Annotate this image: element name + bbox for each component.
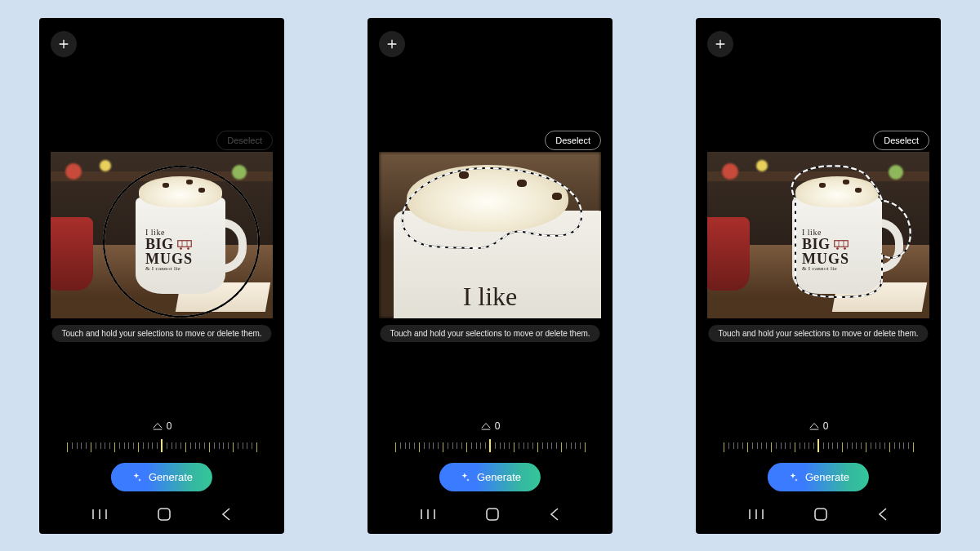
phone-screen-1: Deselect <box>39 18 284 534</box>
selection-marquee[interactable] <box>379 152 601 318</box>
deselect-button[interactable]: Deselect <box>873 131 929 150</box>
phone-screen-3: Deselect I like <box>696 18 941 534</box>
recents-icon[interactable] <box>419 508 437 521</box>
generate-button[interactable]: Generate <box>111 463 212 491</box>
add-button[interactable] <box>379 31 405 57</box>
svg-rect-32 <box>815 509 826 520</box>
image-canvas[interactable]: I like BIG MUGS & I cannot lie <box>707 152 929 318</box>
phone-screen-2: Deselect I like Touch and hold your sele… <box>368 18 612 534</box>
hint-pill: Touch and hold your selections to move o… <box>51 325 271 342</box>
rotation-ruler[interactable] <box>395 439 585 455</box>
selection-marquee[interactable] <box>707 152 929 318</box>
rotation-control[interactable]: 0 <box>39 418 284 455</box>
home-icon[interactable] <box>156 506 172 522</box>
rotation-ruler[interactable] <box>67 439 256 455</box>
generate-label: Generate <box>149 471 193 483</box>
sparkle-icon <box>787 472 799 483</box>
rotation-value: 0 <box>152 420 172 432</box>
rotation-value: 0 <box>480 420 501 432</box>
generate-button[interactable]: Generate <box>439 463 541 491</box>
rotation-control[interactable]: 0 <box>696 418 941 455</box>
image-canvas[interactable]: I like <box>379 152 601 318</box>
generate-label: Generate <box>477 471 521 483</box>
recents-icon[interactable] <box>747 508 765 521</box>
selection-marquee[interactable] <box>51 152 273 318</box>
home-icon[interactable] <box>813 506 829 522</box>
back-icon[interactable] <box>876 507 889 522</box>
deselect-button[interactable]: Deselect <box>545 131 601 150</box>
comparison-stage: Deselect <box>0 0 980 551</box>
sparkle-icon <box>131 472 142 483</box>
android-navbar <box>696 503 941 526</box>
plus-icon <box>385 38 399 51</box>
deselect-button[interactable]: Deselect <box>216 131 273 150</box>
add-button[interactable] <box>707 31 733 57</box>
plus-icon <box>57 38 70 51</box>
add-button[interactable] <box>51 31 77 57</box>
hint-pill: Touch and hold your selections to move o… <box>708 325 928 342</box>
home-icon[interactable] <box>484 506 501 522</box>
svg-rect-20 <box>487 509 498 520</box>
hint-pill: Touch and hold your selections to move o… <box>380 325 599 342</box>
back-icon[interactable] <box>548 507 561 522</box>
android-navbar <box>39 503 284 526</box>
recents-icon[interactable] <box>91 508 109 521</box>
straighten-icon <box>152 421 163 431</box>
straighten-icon <box>808 421 820 431</box>
svg-rect-13 <box>158 509 170 520</box>
rotation-control[interactable]: 0 <box>368 418 612 455</box>
android-navbar <box>368 503 612 526</box>
rotation-ruler[interactable] <box>724 439 913 455</box>
back-icon[interactable] <box>220 507 233 522</box>
generate-label: Generate <box>805 471 849 483</box>
straighten-icon <box>480 421 492 431</box>
plus-icon <box>714 38 727 51</box>
generate-button[interactable]: Generate <box>768 463 869 491</box>
sparkle-icon <box>459 472 470 483</box>
image-canvas[interactable]: I like BIG MUGS & I cannot lie <box>51 152 273 318</box>
rotation-value: 0 <box>808 420 829 432</box>
